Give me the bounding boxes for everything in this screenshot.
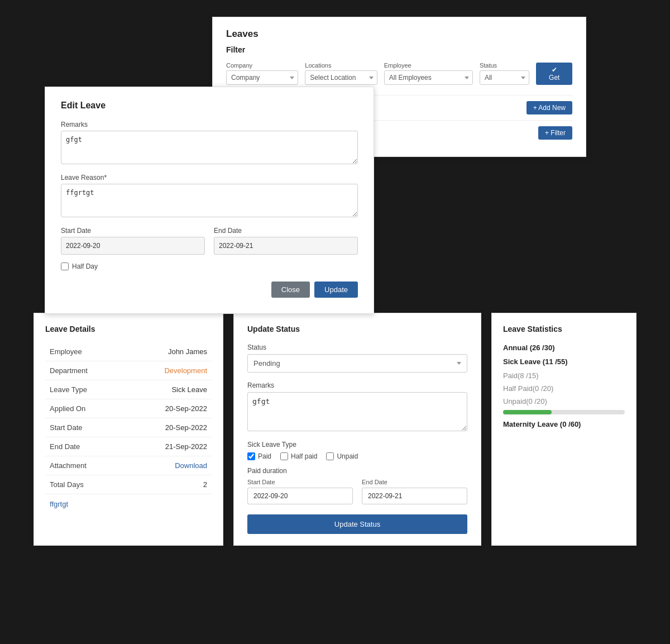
details-end-date-label: End Date bbox=[50, 442, 80, 451]
annual-stat: Annual (26 /30) bbox=[503, 344, 625, 352]
sick-leave-checkboxes: Paid Half paid Unpaid bbox=[247, 452, 467, 460]
attachment-link[interactable]: Download bbox=[175, 461, 207, 470]
update-status-button[interactable]: Update Status bbox=[247, 514, 467, 534]
unpaid-stat: Unpaid(0 /20) bbox=[503, 397, 625, 406]
locations-label: Locations bbox=[305, 62, 377, 69]
employee-select[interactable]: All Employees bbox=[384, 70, 473, 85]
progress-bar-fill bbox=[503, 410, 552, 414]
paid-checkbox[interactable] bbox=[247, 452, 255, 460]
applied-on-label: Applied On bbox=[50, 404, 85, 413]
start-date-input[interactable] bbox=[61, 237, 205, 255]
status-label: Status bbox=[480, 62, 530, 69]
details-start-date-row: Start Date 20-Sep-2022 bbox=[45, 418, 212, 437]
department-value: Development bbox=[164, 366, 207, 375]
date-row: Start Date End Date bbox=[61, 227, 358, 255]
employee-label: Employee bbox=[50, 347, 82, 356]
close-button[interactable]: Close bbox=[271, 282, 310, 298]
status-select-label: Status bbox=[247, 344, 467, 351]
edit-leave-panel: Edit Leave Remarks gfgt Leave Reason* ff… bbox=[45, 87, 374, 314]
employee-field: Employee All Employees bbox=[384, 62, 473, 85]
paid-end-date-input[interactable] bbox=[362, 488, 467, 504]
add-new-button[interactable]: + Add New bbox=[527, 101, 572, 115]
status-dropdown[interactable]: Pending bbox=[247, 354, 467, 373]
remarks-wrap-label: Remarks bbox=[247, 381, 467, 389]
leave-type-row: Leave Type Sick Leave bbox=[45, 380, 212, 399]
details-start-date-label: Start Date bbox=[50, 423, 83, 432]
company-select[interactable]: Company bbox=[226, 70, 298, 85]
half-paid-checkbox[interactable] bbox=[280, 452, 288, 460]
department-row: Department Development bbox=[45, 361, 212, 380]
total-days-row: Total Days 2 bbox=[45, 475, 212, 494]
details-end-date-row: End Date 21-Sep-2022 bbox=[45, 437, 212, 456]
paid-duration-dates: Start Date End Date bbox=[247, 479, 467, 504]
company-field: Company Company bbox=[226, 62, 298, 85]
leave-reason-group: Leave Reason* ffgrtgt bbox=[61, 174, 358, 219]
filter-button[interactable]: + Filter bbox=[538, 126, 572, 140]
leave-reason-label: Leave Reason* bbox=[61, 174, 358, 182]
unpaid-checkbox-item: Unpaid bbox=[326, 452, 358, 460]
details-end-date-value: 21-Sep-2022 bbox=[165, 442, 207, 451]
half-paid-checkbox-item: Half paid bbox=[280, 452, 317, 460]
end-date-group: End Date bbox=[214, 227, 358, 255]
remarks-label: Remarks bbox=[61, 121, 358, 128]
leave-stats-title: Leave Statistics bbox=[503, 325, 625, 333]
edit-leave-title: Edit Leave bbox=[61, 101, 358, 111]
leave-type-value: Sick Leave bbox=[171, 385, 207, 394]
employee-row: Employee John James bbox=[45, 342, 212, 361]
locations-select[interactable]: Select Location bbox=[305, 70, 377, 85]
paid-start-date-input[interactable] bbox=[247, 488, 353, 504]
department-label: Department bbox=[50, 366, 88, 375]
locations-field: Locations Select Location bbox=[305, 62, 377, 85]
remarks-textarea[interactable]: gfgt bbox=[61, 131, 358, 164]
unpaid-label: Unpaid bbox=[337, 452, 358, 460]
company-label: Company bbox=[226, 62, 298, 69]
start-date-label: Start Date bbox=[61, 227, 205, 235]
employee-label: Employee bbox=[384, 62, 473, 69]
sick-leave-type-label: Sick Leave Type bbox=[247, 441, 467, 449]
half-paid-label: Half paid bbox=[291, 452, 317, 460]
filter-title: Filter bbox=[226, 45, 572, 54]
leave-reason-textarea[interactable]: ffgrtgt bbox=[61, 184, 358, 217]
half-paid-stat: Half Paid(0 /20) bbox=[503, 384, 625, 393]
status-field: Status All bbox=[480, 62, 530, 85]
update-status-title: Update Status bbox=[247, 325, 467, 333]
paid-duration-label: Paid duration bbox=[247, 467, 467, 475]
attachment-row: Attachment Download bbox=[45, 456, 212, 475]
end-date-input[interactable] bbox=[214, 237, 358, 255]
status-select[interactable]: All bbox=[480, 70, 530, 85]
total-days-value: 2 bbox=[203, 480, 207, 489]
unpaid-checkbox[interactable] bbox=[326, 452, 334, 460]
paid-stat: Paid(8 /15) bbox=[503, 371, 625, 380]
paid-end-date-label: End Date bbox=[362, 479, 467, 485]
leave-stats-panel: Leave Statistics Annual (26 /30) Sick Le… bbox=[491, 313, 636, 546]
remark-text: ffgrtgt bbox=[45, 500, 212, 508]
applied-on-value: 20-Sep-2022 bbox=[165, 404, 207, 413]
paid-start-date-label: Start Date bbox=[247, 479, 353, 485]
leaves-title: Leaves bbox=[226, 28, 572, 40]
maternity-stat: Maternity Leave (0 /60) bbox=[503, 420, 625, 428]
update-button[interactable]: Update bbox=[314, 282, 358, 298]
leave-details-title: Leave Details bbox=[45, 325, 212, 333]
edit-leave-buttons: Close Update bbox=[61, 282, 358, 298]
leave-type-label: Leave Type bbox=[50, 385, 87, 394]
applied-on-row: Applied On 20-Sep-2022 bbox=[45, 399, 212, 418]
end-date-label: End Date bbox=[214, 227, 358, 235]
paid-end-date-field: End Date bbox=[362, 479, 467, 504]
paid-label: Paid bbox=[258, 452, 271, 460]
update-status-panel: Update Status Status Pending Remarks gfg… bbox=[233, 313, 481, 546]
paid-checkbox-item: Paid bbox=[247, 452, 271, 460]
paid-start-date-field: Start Date bbox=[247, 479, 353, 504]
remarks-wrap-textarea[interactable]: gfgt bbox=[247, 392, 467, 431]
details-start-date-value: 20-Sep-2022 bbox=[165, 423, 207, 432]
start-date-group: Start Date bbox=[61, 227, 205, 255]
half-day-checkbox[interactable] bbox=[61, 263, 69, 270]
paid-duration-section: Paid duration Start Date End Date bbox=[247, 467, 467, 504]
get-button[interactable]: ✔ Get bbox=[536, 63, 572, 85]
progress-bar-wrap bbox=[503, 410, 625, 414]
filter-row: Company Company Locations Select Locatio… bbox=[226, 62, 572, 85]
leave-details-panel: Leave Details Employee John James Depart… bbox=[34, 313, 223, 546]
status-select-wrap: Status Pending bbox=[247, 344, 467, 373]
sick-leave-type-section: Sick Leave Type Paid Half paid Unpaid bbox=[247, 441, 467, 460]
remarks-wrap: Remarks gfgt bbox=[247, 381, 467, 433]
remarks-group: Remarks gfgt bbox=[61, 121, 358, 166]
